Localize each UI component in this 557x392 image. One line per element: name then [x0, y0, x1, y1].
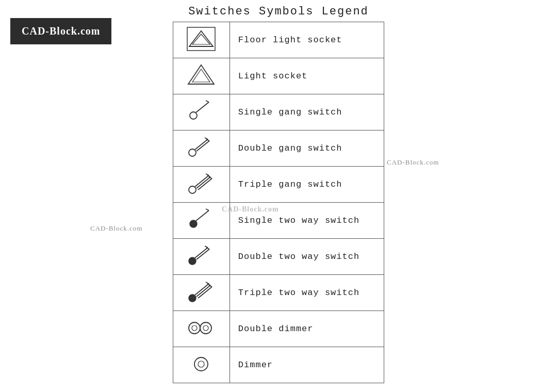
- svg-line-16: [198, 178, 212, 190]
- triple-two-way-icon: [183, 277, 219, 306]
- light-socket-icon: [183, 61, 219, 89]
- svg-point-13: [189, 186, 196, 193]
- svg-line-6: [196, 102, 209, 112]
- symbol-triple-two-way-switch: [173, 275, 230, 311]
- svg-line-24: [195, 248, 208, 258]
- svg-line-26: [205, 246, 208, 248]
- label-double-dimmer: Double dimmer: [230, 311, 384, 347]
- svg-point-40: [198, 361, 204, 367]
- symbol-double-gang-switch: [173, 130, 230, 167]
- label-double-two-way-switch: Double two way switch: [230, 239, 384, 275]
- svg-line-11: [205, 138, 208, 139]
- single-gang-icon: [183, 97, 219, 125]
- svg-line-22: [206, 209, 209, 210]
- table-row: Double gang switch: [173, 130, 384, 167]
- svg-line-29: [195, 284, 209, 295]
- legend-table: Floor light socket Light socket: [173, 22, 384, 383]
- label-single-two-way-switch: Single two way switch: [230, 203, 384, 239]
- svg-line-10: [196, 141, 209, 151]
- svg-point-23: [189, 257, 196, 265]
- label-floor-light-socket: Floor light socket: [230, 22, 384, 58]
- double-two-way-icon: [183, 241, 219, 270]
- svg-line-14: [195, 175, 209, 187]
- double-gang-icon: [183, 133, 219, 161]
- svg-line-21: [196, 210, 209, 221]
- label-triple-two-way-switch: Triple two way switch: [230, 275, 384, 311]
- table-row: Triple two way switch: [173, 275, 384, 311]
- svg-point-20: [190, 220, 197, 227]
- svg-line-15: [196, 177, 210, 188]
- svg-line-7: [206, 101, 209, 102]
- svg-line-32: [206, 282, 209, 284]
- svg-point-5: [190, 112, 197, 119]
- symbol-single-two-way-switch: [173, 203, 230, 239]
- table-row: Light socket: [173, 58, 384, 94]
- table-row: Double two way switch: [173, 239, 384, 275]
- svg-line-30: [196, 285, 210, 297]
- table-row: Floor light socket: [173, 22, 384, 58]
- symbol-triple-gang-switch: [173, 167, 230, 203]
- triple-gang-icon: [183, 169, 219, 198]
- svg-point-36: [192, 325, 197, 331]
- symbol-light-socket: [173, 58, 230, 94]
- svg-point-39: [194, 357, 208, 371]
- svg-marker-3: [188, 65, 214, 84]
- svg-line-17: [206, 174, 209, 175]
- label-light-socket: Light socket: [230, 58, 384, 94]
- symbol-double-dimmer: [173, 311, 230, 347]
- symbol-dimmer: [173, 347, 230, 383]
- svg-line-31: [198, 287, 212, 298]
- symbol-single-gang-switch: [173, 94, 230, 130]
- table-row: Double dimmer: [173, 311, 384, 347]
- double-dimmer-icon: [183, 314, 219, 342]
- brand-mid-right: CAD-Block.com: [387, 158, 439, 167]
- svg-line-25: [196, 249, 209, 259]
- label-triple-gang-switch: Triple gang switch: [230, 167, 384, 203]
- label-dimmer: Dimmer: [230, 347, 384, 383]
- symbol-floor-light-socket: [173, 22, 230, 58]
- brand-mid-left: CAD-Block.com: [90, 224, 142, 233]
- symbol-double-two-way-switch: [173, 239, 230, 275]
- floor-light-icon: [183, 25, 219, 53]
- svg-point-8: [189, 149, 196, 156]
- svg-point-35: [189, 322, 200, 334]
- table-row: Single gang switch: [173, 94, 384, 130]
- page-title: Switches Symbols Legend: [188, 5, 369, 18]
- svg-point-28: [189, 295, 196, 302]
- svg-point-37: [200, 322, 211, 334]
- table-row: Dimmer: [173, 347, 384, 383]
- svg-point-38: [203, 325, 208, 331]
- table-row: Triple gang switch: [173, 167, 384, 203]
- label-double-gang-switch: Double gang switch: [230, 130, 384, 167]
- single-two-way-icon: [183, 205, 219, 234]
- svg-line-9: [195, 139, 208, 150]
- label-single-gang-switch: Single gang switch: [230, 94, 384, 130]
- brand-top-left: CAD-Block.com: [10, 18, 111, 44]
- svg-marker-4: [192, 69, 210, 82]
- dimmer-icon: [183, 350, 219, 378]
- table-row: Single two way switch: [173, 203, 384, 239]
